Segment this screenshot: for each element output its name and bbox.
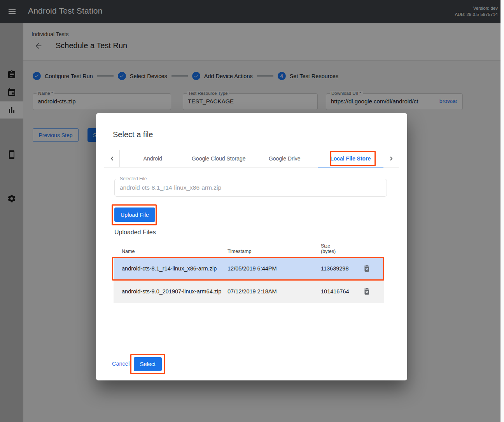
trash-icon [362, 287, 371, 296]
tab-android[interactable]: Android [120, 150, 186, 167]
dialog-title: Select a file [113, 130, 153, 139]
table-header: Name Timestamp Size (bytes) [114, 241, 384, 257]
trash-icon [362, 264, 371, 273]
screen: Android Test Station Version: dev ADB: 2… [0, 0, 504, 422]
size-cell: 101416764 [321, 289, 349, 294]
select-file-dialog: Select a file Android Google Cloud Stora… [96, 113, 407, 380]
chevron-right-icon[interactable] [383, 150, 399, 167]
field-label: Selected File [118, 176, 148, 181]
actions-cell [349, 286, 384, 297]
selected-file-value: android-cts-8.1_r14-linux_x86-arm.zip [120, 184, 383, 191]
timestamp-cell: 07/12/2019 2:18AM [228, 288, 321, 295]
tab-google-drive[interactable]: Google Drive [252, 150, 318, 167]
uploaded-files-table: Name Timestamp Size (bytes) android-cts-… [114, 241, 384, 303]
file-name-cell: android-sts-9.0_201907-linux-arm64.zip [114, 288, 228, 295]
delete-file-button[interactable] [361, 263, 373, 274]
delete-file-button[interactable] [361, 286, 373, 297]
chevron-left-icon[interactable] [104, 150, 120, 167]
size-cell: 113639298 [321, 266, 349, 271]
cancel-button[interactable]: Cancel [112, 361, 130, 367]
selected-file-field[interactable]: Selected File android-cts-8.1_r14-linux_… [114, 179, 387, 197]
upload-file-button[interactable]: Upload File [114, 208, 155, 222]
select-button[interactable]: Select [134, 357, 162, 371]
dialog-tabbar: Android Google Cloud Storage Google Driv… [104, 150, 399, 167]
timestamp-cell: 12/05/2019 6:44PM [228, 265, 321, 272]
column-header-size: Size (bytes) [321, 243, 357, 254]
table-row[interactable]: android-sts-9.0_201907-linux-arm64.zip 0… [114, 280, 384, 303]
column-header-name: Name [114, 249, 228, 254]
column-header-timestamp: Timestamp [228, 249, 321, 254]
tab-local-file-store[interactable]: Local File Store [318, 150, 384, 167]
scrollbar[interactable] [500, 0, 504, 422]
table-row[interactable]: android-cts-8.1_r14-linux_x86-arm.zip 12… [114, 257, 384, 280]
dialog-tabs: Android Google Cloud Storage Google Driv… [120, 150, 383, 167]
actions-cell [349, 263, 384, 274]
tab-google-cloud-storage[interactable]: Google Cloud Storage [186, 150, 252, 167]
file-name-cell: android-cts-8.1_r14-linux_x86-arm.zip [114, 265, 228, 272]
uploaded-files-title: Uploaded Files [114, 229, 156, 236]
